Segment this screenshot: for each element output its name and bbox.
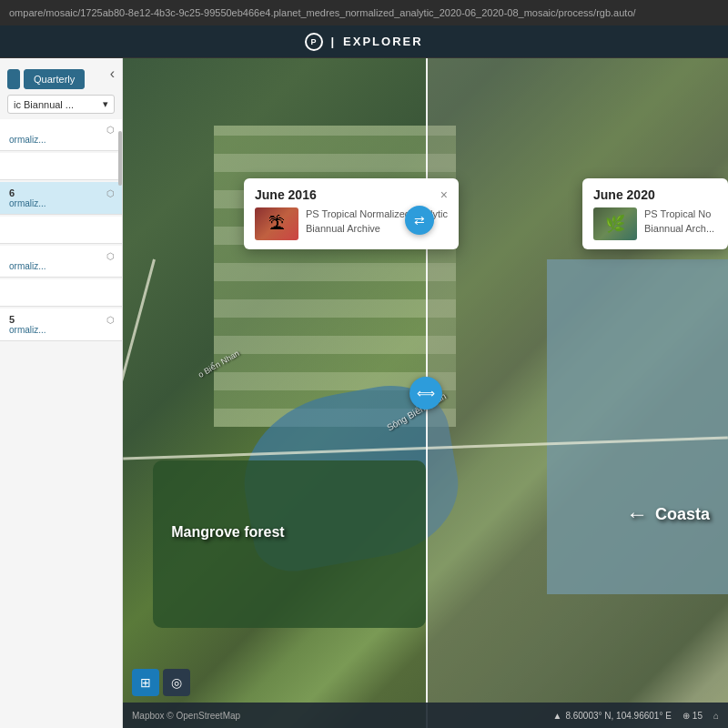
info-icon: ◎ (171, 675, 182, 690)
item-date-2: 6 (9, 187, 15, 198)
info-tool-button[interactable]: ◎ (163, 669, 190, 696)
sidebar-item-top-2: 6 ⬡ (9, 187, 115, 198)
right-card-thumbnail: 🌿 (593, 207, 637, 240)
item-label-2: ormaliz... (9, 198, 115, 208)
right-info-card: June 2020 🌿 PS Tropical No Biannual Arch… (582, 178, 728, 249)
mangrove-overlay (153, 460, 425, 628)
sidebar-scrollbar[interactable] (118, 131, 122, 186)
left-card-close-button[interactable]: × (440, 187, 448, 202)
swap-icon: ⇄ (414, 213, 425, 228)
item-label-1: ormaliz... (9, 135, 115, 145)
external-link-icon-1[interactable]: ⬡ (106, 125, 115, 135)
sidebar-item-1[interactable]: ⬡ ormaliz... (0, 119, 122, 151)
split-arrows-icon: ⟺ (417, 386, 435, 400)
map-coordinates: ▲ 8.60003° N, 104.96601° E (553, 711, 672, 721)
swap-button[interactable]: ⇄ (405, 206, 434, 235)
search-icon: ⊕ (682, 711, 690, 721)
split-handle[interactable]: ⟺ (410, 377, 442, 410)
left-card-title: June 2016 (255, 187, 317, 202)
url-bar: ompare/mosaic/1725ab80-8e12-4b3c-9c25-99… (0, 0, 728, 25)
right-card-title: June 2020 (593, 187, 655, 202)
right-card-header: June 2020 (593, 187, 717, 202)
external-link-icon-4[interactable]: ⬡ (106, 315, 115, 325)
thumbnail-icon: 🏝 (268, 215, 285, 234)
app-logo: P | EXPLORER (305, 33, 422, 51)
coastal-arrow-icon: ← (626, 501, 648, 527)
signal-icon: ⌂ (713, 711, 719, 721)
map-background: ⟺ Shrimp farming area Mangrove forest ← … (123, 58, 728, 728)
biannual-dropdown[interactable]: ic Biannual ... ▾ (7, 95, 115, 114)
split-view-tool-button[interactable]: ⊞ (132, 669, 159, 696)
sidebar-item-4[interactable]: 5 ⬡ ormaliz... (0, 308, 122, 341)
sidebar-tabs: Quarterly (0, 62, 122, 89)
app-header: P | EXPLORER (0, 25, 728, 58)
sidebar-collapse-button[interactable]: ‹ (110, 66, 115, 82)
sidebar-item-2[interactable]: 6 ⬡ ormaliz... (0, 182, 122, 215)
right-card-body: 🌿 PS Tropical No Biannual Arch... (593, 207, 717, 240)
sidebar-spacer-1 (0, 153, 122, 180)
sidebar-item-top-4: 5 ⬡ (9, 314, 115, 325)
left-card-header: June 2016 × (255, 187, 448, 202)
map-tools: ⊞ ◎ (132, 669, 190, 696)
zoom-display: ⊕ 15 (682, 711, 703, 721)
item-label-4: ormaliz... (9, 325, 115, 335)
sidebar-item-3[interactable]: ⬡ ormaliz... (0, 246, 122, 278)
coastal-text: Coasta (655, 505, 710, 524)
right-panel-overlay (426, 58, 729, 728)
tab-monthly[interactable] (7, 69, 20, 89)
right-card-description: PS Tropical No Biannual Arch... (644, 207, 714, 236)
header-separator: | (330, 35, 336, 48)
map-attribution: Mapbox © OpenStreetMap (132, 711, 240, 721)
map-bottom-bar: Mapbox © OpenStreetMap ▲ 8.60003° N, 104… (123, 703, 728, 728)
sidebar-item-top-1: ⬡ (9, 125, 115, 135)
item-label-3: ormaliz... (9, 261, 115, 271)
coordinates-text: 8.60003° N, 104.96601° E (565, 711, 671, 721)
chevron-down-icon: ▾ (103, 98, 108, 110)
mangrove-forest-label: Mangrove forest (171, 524, 284, 541)
main-layout: ‹ Quarterly ic Biannual ... ▾ ⬡ ormaliz.… (0, 58, 728, 728)
external-link-icon-2[interactable]: ⬡ (106, 188, 115, 198)
tab-quarterly[interactable]: Quarterly (24, 69, 85, 89)
left-card-thumbnail: 🏝 (255, 207, 298, 240)
url-text: ompare/mosaic/1725ab80-8e12-4b3c-9c25-99… (9, 7, 636, 18)
dropdown-label: ic Biannual ... (14, 99, 74, 110)
split-view-icon: ⊞ (140, 675, 151, 690)
sidebar: ‹ Quarterly ic Biannual ... ▾ ⬡ ormaliz.… (0, 58, 123, 728)
diagonal-road (123, 258, 156, 712)
sidebar-item-top-3: ⬡ (9, 251, 115, 261)
map-container[interactable]: ⟺ Shrimp farming area Mangrove forest ← … (123, 58, 728, 728)
sidebar-spacer-3 (0, 279, 122, 307)
sidebar-list: ⬡ ormaliz... 6 ⬡ ormaliz... ⬡ ormaliz... (0, 119, 122, 728)
coastal-label-area: ← Coasta (626, 501, 710, 527)
sidebar-spacer-2 (0, 217, 122, 244)
external-link-icon-3[interactable]: ⬡ (106, 251, 115, 261)
thumbnail-right-icon: 🌿 (605, 214, 625, 234)
item-date-4: 5 (9, 314, 15, 325)
planet-logo-icon: P (305, 33, 323, 51)
compass-icon: ▲ (553, 711, 562, 721)
header-title: EXPLORER (343, 35, 423, 48)
zoom-value: 15 (693, 711, 703, 721)
